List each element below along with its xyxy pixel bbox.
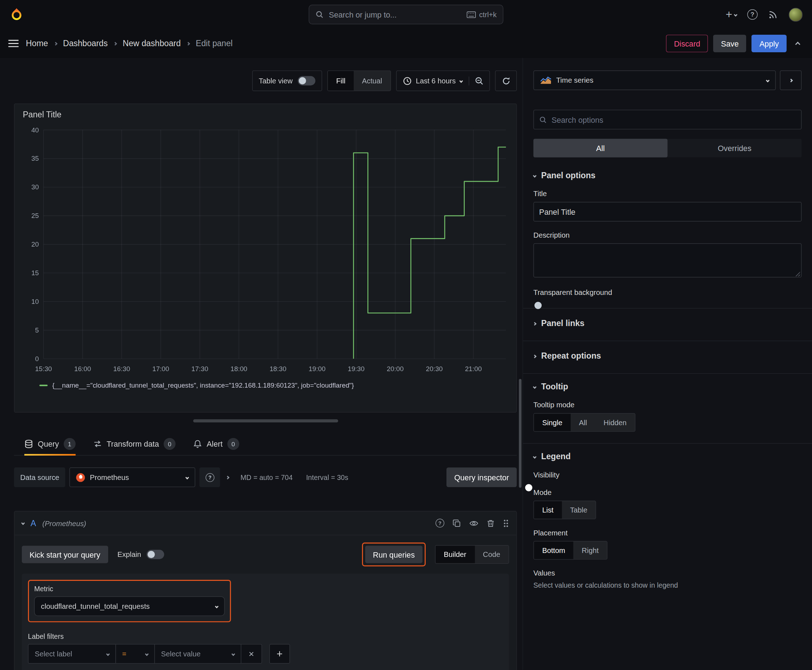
user-avatar[interactable]	[789, 7, 803, 22]
tooltip-mode-hidden[interactable]: Hidden	[595, 414, 635, 431]
question-icon: ?	[205, 473, 214, 482]
search-icon	[539, 116, 547, 124]
chevron-right-icon	[54, 42, 57, 45]
breadcrumb-dashboards[interactable]: Dashboards	[63, 39, 108, 48]
transform-count-badge: 0	[164, 438, 175, 450]
scrollbar-thumb[interactable]	[519, 379, 521, 488]
legend-placement-bottom[interactable]: Bottom	[534, 541, 573, 559]
expand-options-icon[interactable]	[226, 475, 229, 479]
datasource-picker[interactable]: Prometheus	[70, 467, 195, 487]
news-button[interactable]	[768, 9, 778, 20]
panel-edit-main: Table view Fill Actual Last 6 hours	[0, 58, 522, 670]
panel-title-input[interactable]	[534, 202, 802, 222]
tooltip-mode-single[interactable]: Single	[534, 414, 571, 431]
run-queries-button[interactable]: Run queries	[365, 546, 422, 563]
legend-header[interactable]: Legend	[534, 452, 802, 461]
chart-legend[interactable]: {__name__="cloudflared_tunnel_total_requ…	[22, 377, 509, 389]
label-filters-label: Label filters	[28, 633, 503, 641]
menu-toggle-icon[interactable]	[8, 38, 19, 49]
breadcrumb-new-dashboard[interactable]: New dashboard	[123, 39, 181, 48]
rss-icon	[768, 9, 778, 20]
breadcrumb-home[interactable]: Home	[26, 39, 48, 48]
query-row-actions: ?	[436, 519, 509, 528]
tooltip-mode-label: Tooltip mode	[534, 401, 802, 409]
duplicate-query-button[interactable]	[453, 519, 461, 527]
breadcrumb-bar: Home Dashboards New dashboard Edit panel…	[0, 29, 812, 58]
section-panel-links: Panel links	[523, 308, 812, 329]
svg-text:35: 35	[32, 155, 39, 162]
svg-text:16:00: 16:00	[74, 365, 91, 372]
panel-title: Panel Title	[22, 108, 509, 123]
section-tooltip: Tooltip Tooltip mode Single All Hidden	[523, 373, 812, 431]
bell-icon	[193, 440, 202, 448]
toggle-visibility-button[interactable]	[469, 519, 478, 527]
panel-options-header[interactable]: Panel options	[534, 171, 802, 180]
tab-transform-data[interactable]: Transform data 0	[93, 433, 175, 455]
help-button[interactable]: ?	[747, 9, 758, 20]
svg-text:20: 20	[32, 240, 39, 248]
chevron-up-icon	[795, 42, 800, 47]
transparent-background-label: Transparent background	[534, 288, 802, 297]
explain-toggle[interactable]	[146, 550, 164, 559]
chevron-down-icon	[734, 12, 737, 16]
collapse-query-icon[interactable]	[21, 521, 25, 525]
transform-icon	[93, 440, 102, 448]
time-series-chart[interactable]: 051015202530354015:3016:0016:3017:0017:3…	[22, 123, 509, 377]
legend-mode-table[interactable]: Table	[562, 501, 596, 519]
time-range-button[interactable]: Last 6 hours	[397, 76, 469, 85]
zoom-out-button[interactable]	[469, 76, 490, 85]
fill-option[interactable]: Fill	[328, 71, 354, 91]
add-new-button[interactable]: +	[726, 9, 737, 20]
chevron-down-icon	[106, 652, 110, 656]
save-button[interactable]: Save	[713, 35, 746, 52]
query-inspector-button[interactable]: Query inspector	[446, 467, 517, 487]
value-select[interactable]: Select value	[154, 644, 241, 663]
table-view-toggle[interactable]	[298, 76, 315, 86]
tab-all-options[interactable]: All	[534, 139, 668, 157]
query-row-header[interactable]: A (Prometheus) ?	[14, 511, 516, 535]
kick-start-query-button[interactable]: Kick start your query	[22, 546, 108, 563]
apply-button[interactable]: Apply	[751, 35, 787, 52]
datasource-help-button[interactable]: ?	[200, 467, 220, 487]
grafana-logo-icon[interactable]	[9, 7, 25, 22]
refresh-button[interactable]	[495, 76, 516, 85]
tab-query[interactable]: Query 1	[24, 433, 76, 455]
add-filter-button[interactable]: +	[269, 644, 290, 663]
delete-query-button[interactable]	[487, 519, 495, 527]
builder-option[interactable]: Builder	[436, 546, 475, 563]
chevron-right-icon	[114, 42, 117, 45]
query-options-summary[interactable]: MD = auto = 704 Interval = 30s	[241, 474, 348, 481]
visualization-picker[interactable]: Time series	[534, 71, 776, 90]
tooltip-header[interactable]: Tooltip	[534, 382, 802, 391]
discard-button[interactable]: Discard	[666, 35, 708, 52]
actual-option[interactable]: Actual	[354, 71, 391, 91]
legend-swatch	[39, 385, 47, 386]
legend-series-label: {__name__="cloudflared_tunnel_total_requ…	[52, 382, 354, 389]
options-search-input[interactable]	[551, 115, 796, 124]
description-textarea[interactable]	[534, 244, 802, 277]
metric-select[interactable]: cloudflared_tunnel_total_requests	[34, 596, 224, 616]
tooltip-mode-all[interactable]: All	[571, 414, 595, 431]
chevron-down-icon	[766, 78, 770, 82]
code-option[interactable]: Code	[475, 546, 509, 563]
tooltip-mode-group: Single All Hidden	[534, 413, 636, 431]
label-select[interactable]: Select label	[28, 644, 116, 663]
operator-select[interactable]: =	[116, 644, 155, 663]
breadcrumb: Home Dashboards New dashboard Edit panel	[26, 39, 232, 48]
drag-handle-icon[interactable]	[503, 519, 509, 528]
legend-mode-list[interactable]: List	[534, 501, 562, 519]
panel-links-header[interactable]: Panel links	[534, 317, 802, 329]
resize-handle[interactable]	[193, 420, 338, 423]
collapse-header-button[interactable]	[792, 36, 804, 51]
tab-overrides[interactable]: Overrides	[667, 139, 802, 157]
collapse-sidebar-button[interactable]	[780, 71, 802, 90]
global-search-input[interactable]: Search or jump to... ctrl+k	[309, 5, 503, 24]
tab-alert[interactable]: Alert 0	[193, 433, 239, 455]
query-ref-id: A	[31, 519, 36, 528]
chevron-down-icon	[145, 652, 149, 656]
legend-placement-right[interactable]: Right	[573, 541, 607, 559]
repeat-options-header[interactable]: Repeat options	[534, 349, 802, 362]
query-help-button[interactable]: ?	[436, 519, 444, 528]
svg-text:18:00: 18:00	[231, 365, 247, 372]
remove-filter-button[interactable]: ×	[241, 644, 262, 663]
